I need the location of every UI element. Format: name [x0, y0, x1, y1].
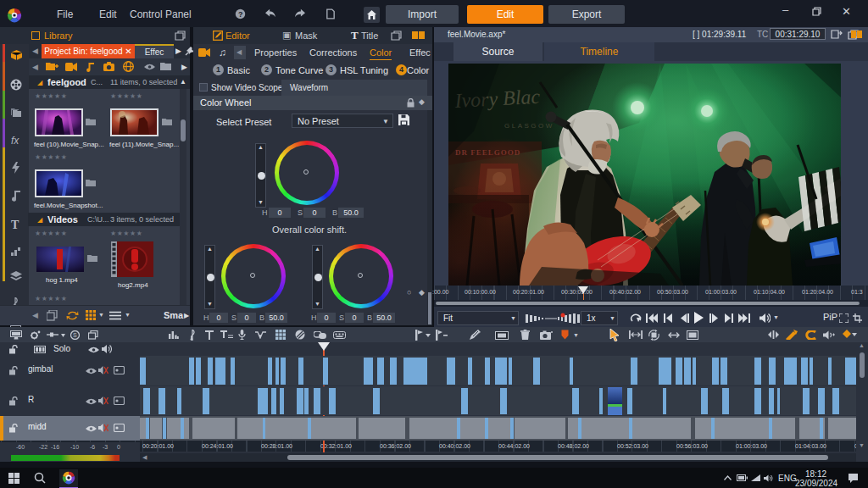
svg-text:?: ? — [238, 10, 243, 19]
svg-text:S: S — [73, 332, 77, 338]
